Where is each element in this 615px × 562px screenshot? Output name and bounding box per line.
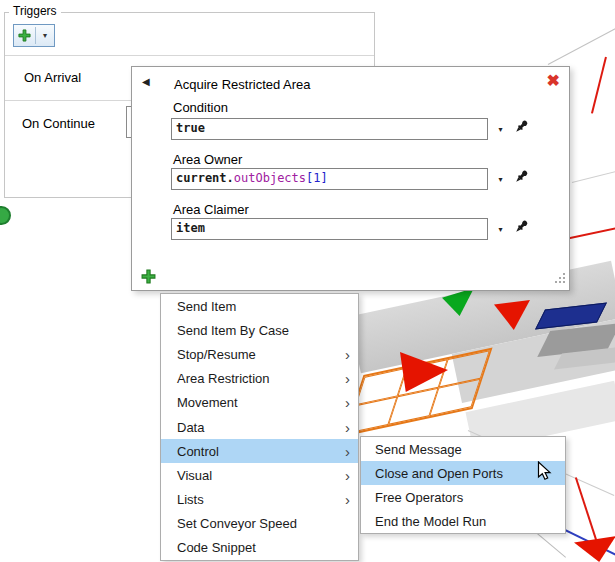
chevron-down-icon[interactable]: ▾ bbox=[492, 170, 509, 188]
menu-item-lists[interactable]: Lists› bbox=[161, 488, 358, 512]
submenu-item-send-message[interactable]: Send Message bbox=[361, 437, 565, 461]
menu-item-send-item-by-case[interactable]: Send Item By Case bbox=[161, 318, 358, 342]
add-trigger-button[interactable]: ▾ bbox=[13, 24, 55, 47]
submenu-arrow-icon: › bbox=[345, 492, 350, 507]
submenu-item-end-the-model-run[interactable]: End the Model Run bbox=[361, 509, 565, 533]
submenu-item-close-and-open-ports[interactable]: Close and Open Ports bbox=[361, 461, 565, 485]
control-submenu: Send Message Close and Open Ports Free O… bbox=[360, 436, 566, 534]
eyedropper-icon[interactable] bbox=[513, 218, 531, 236]
menu-item-data[interactable]: Data› bbox=[161, 415, 358, 439]
chevron-down-icon[interactable]: ▾ bbox=[36, 31, 54, 40]
plus-icon bbox=[14, 29, 33, 42]
chevron-down-icon[interactable]: ▾ bbox=[492, 220, 509, 238]
triggers-group-title: Triggers bbox=[9, 4, 61, 18]
eyedropper-icon[interactable] bbox=[513, 168, 531, 186]
submenu-item-free-operators[interactable]: Free Operators bbox=[361, 485, 565, 509]
chevron-down-icon[interactable]: ▾ bbox=[492, 120, 509, 138]
area-owner-input[interactable]: current.outObjects[1] bbox=[171, 168, 488, 190]
menu-item-movement[interactable]: Movement› bbox=[161, 391, 358, 415]
eyedropper-icon[interactable] bbox=[513, 118, 531, 136]
trigger-row-on-continue: On Continue bbox=[22, 116, 95, 131]
submenu-arrow-icon: › bbox=[345, 468, 350, 483]
area-claimer-label: Area Claimer bbox=[173, 202, 249, 217]
red-axis-line bbox=[591, 57, 607, 114]
dialog-title: Acquire Restricted Area bbox=[174, 77, 311, 92]
red-direction-arrow bbox=[574, 536, 615, 562]
area-claimer-input[interactable]: item bbox=[171, 218, 488, 240]
mouse-cursor-icon bbox=[537, 461, 552, 485]
collapse-icon[interactable]: ◀ bbox=[142, 76, 150, 87]
condition-input[interactable]: true bbox=[171, 118, 488, 140]
close-icon[interactable]: ✖ bbox=[547, 71, 560, 90]
submenu-arrow-icon: › bbox=[345, 371, 350, 386]
dialog-header[interactable]: ◀ Acquire Restricted Area ✖ bbox=[132, 67, 569, 95]
screen: Triggers ▾ On Arrival On Continue ◀ Acqu… bbox=[0, 0, 615, 562]
submenu-arrow-icon: › bbox=[345, 420, 350, 435]
menu-item-control[interactable]: Control› bbox=[161, 439, 358, 463]
submenu-arrow-icon: › bbox=[345, 444, 350, 459]
context-menu: Send Item Send Item By Case Stop/Resume›… bbox=[160, 293, 359, 561]
menu-item-visual[interactable]: Visual› bbox=[161, 463, 358, 487]
submenu-arrow-icon: › bbox=[345, 395, 350, 410]
plane-edge-line bbox=[572, 170, 615, 183]
separator bbox=[5, 55, 374, 56]
menu-item-area-restriction[interactable]: Area Restriction› bbox=[161, 367, 358, 391]
add-statement-button[interactable] bbox=[138, 266, 158, 286]
acquire-restricted-area-dialog: ◀ Acquire Restricted Area ✖ Condition tr… bbox=[131, 66, 570, 291]
menu-item-set-conveyor-speed[interactable]: Set Conveyor Speed bbox=[161, 512, 358, 536]
submenu-arrow-icon: › bbox=[345, 347, 350, 362]
menu-item-stop-resume[interactable]: Stop/Resume› bbox=[161, 342, 358, 366]
resize-grip[interactable] bbox=[554, 270, 566, 288]
condition-label: Condition bbox=[173, 100, 228, 115]
menu-item-send-item[interactable]: Send Item bbox=[161, 294, 358, 318]
menu-item-code-snippet[interactable]: Code Snippet bbox=[161, 536, 358, 560]
trigger-row-on-arrival: On Arrival bbox=[24, 70, 81, 85]
area-owner-label: Area Owner bbox=[173, 152, 242, 167]
